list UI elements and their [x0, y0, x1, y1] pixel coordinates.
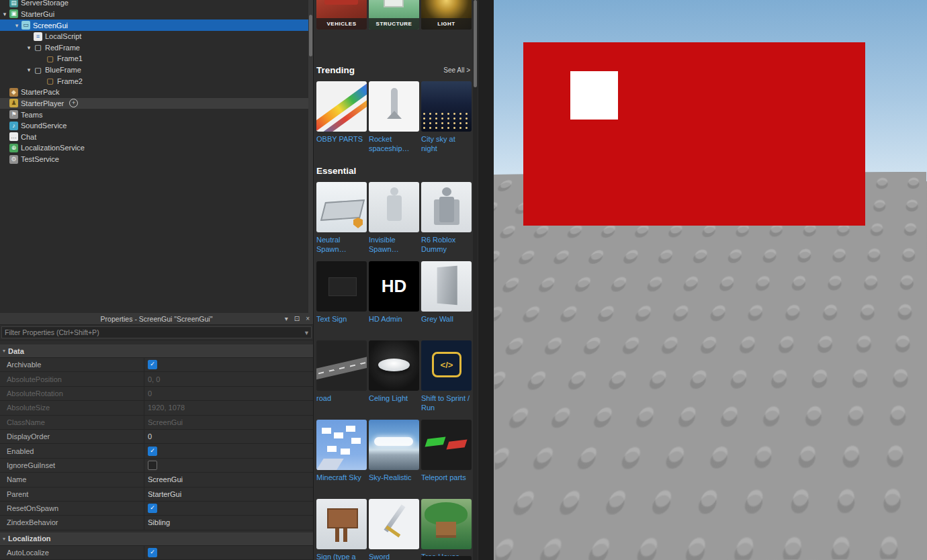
toolbox-item-label[interactable]: Grey Wall — [421, 314, 472, 324]
checkbox-unchecked[interactable] — [148, 461, 157, 470]
toolbox-item-thumbnail[interactable] — [421, 182, 472, 232]
toolbox-item-label[interactable]: Neutral Spawn… — [316, 235, 367, 254]
toolbox-item-label[interactable]: Sword — [369, 552, 419, 560]
see-all-link[interactable]: See All > — [443, 66, 470, 74]
toolbox-item[interactable]: Teleport parts — [421, 420, 472, 492]
explorer-item-chat[interactable]: …Chat — [0, 132, 308, 143]
toolbox-item-thumbnail[interactable] — [421, 499, 472, 549]
explorer-item-blueframe[interactable]: ▾▢BlueFrame — [0, 64, 308, 76]
toolbox-item-label[interactable]: Teleport parts — [421, 473, 472, 482]
toolbox-item-partial[interactable] — [421, 556, 472, 560]
toolbox-item-thumbnail[interactable]: </> — [421, 340, 472, 391]
explorer-item-testservice[interactable]: ⚙TestService — [0, 154, 308, 165]
property-value[interactable]: ScreenGui — [144, 473, 313, 486]
explorer-item-localscript[interactable]: ≡LocalScript — [0, 31, 308, 42]
explorer-scrollbar-thumb[interactable] — [309, 15, 312, 56]
explorer-item-screengui[interactable]: ▾▭ScreenGui — [0, 19, 308, 31]
toolbox-item-thumbnail[interactable] — [421, 81, 472, 132]
toolbox-item-thumbnail[interactable] — [316, 420, 367, 470]
toolbox-item-thumbnail[interactable] — [369, 182, 419, 232]
toolbox-item[interactable]: Text Sign — [316, 261, 367, 333]
toolbox-category-structure[interactable]: STRUCTURE — [369, 0, 419, 51]
toolbox-item[interactable]: Sky-Realistic — [369, 420, 419, 492]
toolbox-item-thumbnail[interactable] — [369, 420, 419, 470]
toolbox-item-thumbnail[interactable] — [316, 182, 367, 232]
explorer-scrollbar[interactable] — [308, 0, 313, 313]
toolbox-item[interactable]: </>Shift to Sprint / Run — [421, 340, 472, 412]
properties-section-localization[interactable]: ▾Localization — [0, 532, 313, 546]
toolbox-item-label[interactable]: Celing Light — [369, 393, 419, 403]
properties-section-data[interactable]: ▾Data — [0, 344, 313, 358]
section-collapse-icon[interactable]: ▾ — [3, 536, 5, 542]
explorer-item-starterplayer[interactable]: ♟StarterPlayer+ — [0, 98, 308, 109]
toolbox-item-thumbnail[interactable] — [369, 499, 419, 549]
toolbox-item-label[interactable]: City sky at night — [421, 134, 472, 153]
toolbox-item[interactable]: Sign (type a text in… — [316, 499, 367, 560]
toolbox-category-vehicles[interactable]: VEHICLES — [316, 0, 367, 51]
toolbox-scrollbar[interactable] — [473, 0, 478, 560]
property-value[interactable]: StarterGui — [144, 487, 313, 501]
category-light-thumbnail[interactable]: LIGHT — [421, 0, 472, 30]
toolbox-item-thumbnail[interactable] — [316, 261, 367, 312]
toolbox-item-thumbnail[interactable] — [421, 261, 472, 312]
toolbox-item[interactable]: OBBY PARTS — [316, 81, 367, 153]
toolbox-item[interactable]: HDHD Admin — [369, 261, 419, 333]
toolbox-item[interactable]: Grey Wall — [421, 261, 472, 333]
property-value[interactable]: Sibling — [144, 516, 313, 529]
toolbox-item[interactable]: Minecraft Sky — [316, 420, 367, 492]
chevron-down-icon[interactable]: ▾ — [305, 328, 308, 336]
toolbox-item[interactable]: road — [316, 340, 367, 412]
toolbox-item-label[interactable]: Rocket spaceship… — [369, 134, 419, 153]
explorer-item-redframe[interactable]: ▾▢RedFrame — [0, 42, 308, 54]
toolbox-category-light[interactable]: LIGHT — [421, 0, 472, 51]
checkbox-checked[interactable]: ✓ — [148, 504, 157, 513]
toolbox-item[interactable]: Neutral Spawn… — [316, 182, 367, 254]
toolbox-item-thumbnail[interactable] — [369, 340, 419, 391]
explorer-item-soundservice[interactable]: ♪SoundService — [0, 120, 308, 132]
category-structure-thumbnail[interactable]: STRUCTURE — [369, 0, 419, 30]
toolbox-item[interactable]: R6 Roblox Dummy — [421, 182, 472, 254]
toolbox-item-label[interactable]: HD Admin — [369, 314, 419, 324]
toolbox-item-thumbnail[interactable] — [316, 340, 367, 391]
gui-frame2-white[interactable] — [723, 430, 772, 478]
toolbox-item-label[interactable]: OBBY PARTS — [316, 134, 367, 144]
toolbox-item[interactable]: Rocket spaceship… — [369, 81, 419, 153]
toolbox-item-label[interactable]: Invisible Spawn… — [369, 235, 419, 254]
toolbox-item-label[interactable]: Sign (type a text in… — [316, 552, 367, 560]
toolbox-item-thumbnail[interactable] — [316, 81, 367, 132]
toolbox-item-thumbnail[interactable] — [369, 81, 419, 132]
collapse-icon[interactable]: ▾ — [285, 315, 288, 322]
toolbox-item-label[interactable]: Text Sign — [316, 314, 367, 324]
gui-frame1-white[interactable] — [570, 71, 618, 120]
toolbox-item-label[interactable]: road — [316, 393, 367, 403]
toolbox-item[interactable]: Celing Light — [369, 340, 419, 412]
toolbox-item-thumbnail[interactable]: HD — [369, 261, 419, 312]
close-icon[interactable]: × — [306, 315, 310, 322]
section-collapse-icon[interactable]: ▾ — [3, 348, 5, 354]
filter-properties-input[interactable]: Filter Properties (Ctrl+Shift+P) ▾ — [1, 326, 312, 338]
viewport-3d[interactable] — [494, 0, 927, 560]
expand-arrow-icon[interactable]: ▾ — [12, 22, 21, 29]
explorer-item-localizationservice[interactable]: ⊕LocalizationService — [0, 142, 308, 154]
toolbox-item-thumbnail[interactable] — [421, 420, 472, 470]
toolbox-item[interactable]: City sky at night — [421, 81, 472, 153]
explorer-item-frame2[interactable]: ▢Frame2 — [0, 75, 308, 87]
checkbox-checked[interactable]: ✓ — [148, 447, 157, 456]
checkbox-checked[interactable]: ✓ — [148, 548, 157, 557]
toolbox-item[interactable]: Sword — [369, 499, 419, 560]
explorer-item-starterpack[interactable]: ◆StarterPack — [0, 87, 308, 98]
toolbox-item[interactable]: Invisible Spawn… — [369, 182, 419, 254]
property-value[interactable]: 0 — [144, 430, 313, 443]
toolbox-scrollbar-thumb[interactable] — [474, 0, 477, 87]
expand-arrow-icon[interactable]: ▾ — [24, 44, 34, 51]
explorer-item-startergui[interactable]: ▾▣StarterGui — [0, 9, 308, 20]
checkbox-checked[interactable]: ✓ — [148, 360, 157, 369]
category-vehicles-thumbnail[interactable]: VEHICLES — [316, 0, 367, 30]
expand-arrow-icon[interactable]: ▾ — [24, 66, 34, 73]
toolbox-item-label[interactable]: Sky-Realistic — [369, 473, 419, 482]
add-instance-icon[interactable]: + — [69, 99, 78, 107]
toolbox-item-label[interactable]: Minecraft Sky — [316, 473, 367, 482]
explorer-item-teams[interactable]: ⚑Teams — [0, 109, 308, 120]
explorer-item-frame1[interactable]: ▢Frame1 — [0, 53, 308, 64]
toolbox-item-thumbnail[interactable] — [316, 499, 367, 549]
